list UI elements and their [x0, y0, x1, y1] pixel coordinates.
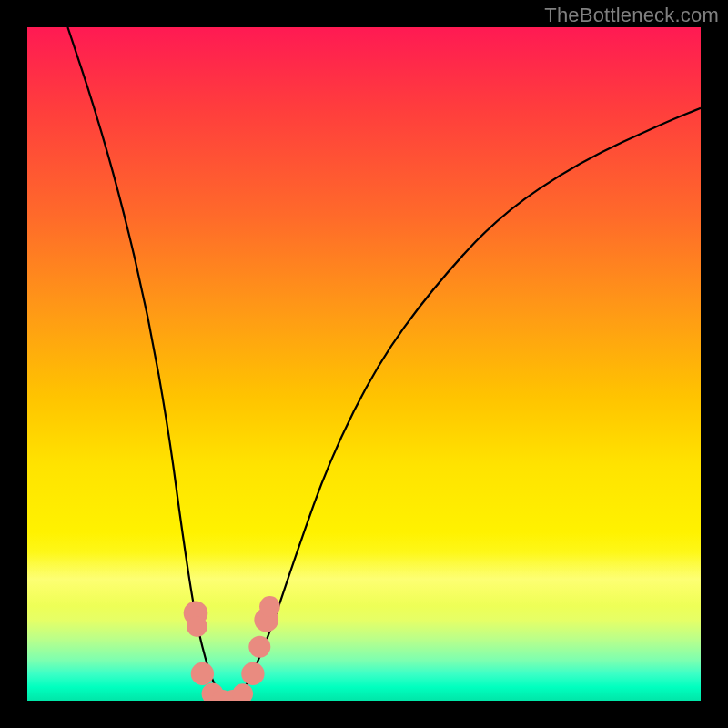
- curve-marker: [259, 596, 280, 617]
- bottleneck-curve: [67, 27, 701, 701]
- curve-marker: [248, 636, 270, 658]
- watermark-text: TheBottleneck.com: [544, 4, 719, 27]
- curve-marker: [241, 662, 264, 685]
- plot-area: [27, 27, 701, 701]
- curve-marker: [191, 662, 214, 685]
- marker-group: [184, 596, 280, 701]
- curve-marker: [187, 616, 207, 637]
- curve-marker: [232, 683, 253, 701]
- curve-layer: [27, 27, 701, 701]
- chart-frame: TheBottleneck.com: [0, 0, 728, 728]
